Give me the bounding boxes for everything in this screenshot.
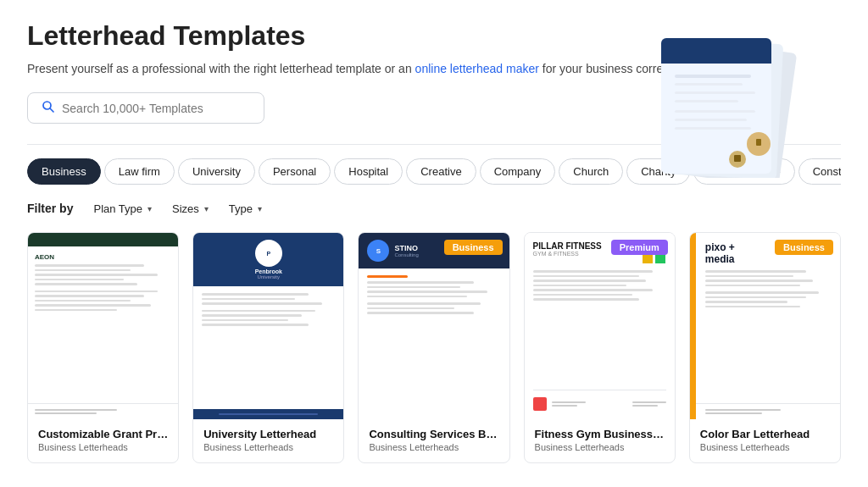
category-hospital[interactable]: Hospital xyxy=(334,158,403,185)
template-title-aeon: Customizable Grant Proposal Busi... xyxy=(38,428,168,440)
template-card-stino[interactable]: Business S STINO Consulting xyxy=(358,232,509,463)
category-church[interactable]: Church xyxy=(559,158,623,185)
svg-rect-7 xyxy=(675,91,755,94)
template-preview-pixo: Business pixo +media xyxy=(690,233,840,419)
template-subtitle-pixo: Business Letterheads xyxy=(700,442,830,452)
template-card-pixo[interactable]: Business pixo +media Color Bar xyxy=(689,232,841,463)
template-preview-stino: Business S STINO Consulting xyxy=(359,233,509,419)
svg-rect-10 xyxy=(675,119,747,121)
template-subtitle-pillar: Business Letterheads xyxy=(535,442,665,452)
template-subtitle-penbrook: Business Letterheads xyxy=(203,442,333,452)
search-input[interactable] xyxy=(62,102,250,115)
chevron-down-icon: ▾ xyxy=(258,204,262,213)
template-title-penbrook: University Letterhead xyxy=(203,428,333,440)
letterhead-maker-link[interactable]: online letterhead maker xyxy=(415,62,539,75)
svg-rect-14 xyxy=(756,139,761,146)
page-container: Letterhead Templates Present yourself as… xyxy=(0,0,868,484)
badge-pixo: Business xyxy=(775,240,833,255)
template-info-aeon: Customizable Grant Proposal Busi... Busi… xyxy=(28,419,178,462)
category-personal[interactable]: Personal xyxy=(259,158,331,185)
svg-rect-8 xyxy=(675,100,738,102)
template-info-penbrook: University Letterhead Business Letterhea… xyxy=(193,419,343,462)
template-title-stino: Consulting Services Business Lett... xyxy=(369,428,498,440)
template-title-pixo: Color Bar Letterhead xyxy=(700,428,830,440)
svg-line-17 xyxy=(50,108,53,112)
template-info-stino: Consulting Services Business Lett... Bus… xyxy=(359,419,509,462)
badge-stino: Business xyxy=(444,240,503,255)
template-card-pillar[interactable]: Premium PILLAR FITNESS GYM & FITNESS xyxy=(524,232,676,463)
hero-illustration xyxy=(627,34,814,178)
search-icon xyxy=(42,100,55,116)
plan-type-filter[interactable]: Plan Type ▾ xyxy=(93,202,152,215)
template-info-pillar: Fitness Gym Business Letterhead Business… xyxy=(525,419,675,462)
category-company[interactable]: Company xyxy=(480,158,556,185)
category-university[interactable]: University xyxy=(178,158,255,185)
svg-rect-11 xyxy=(675,127,751,130)
hero-section: Letterhead Templates Present yourself as… xyxy=(27,20,841,75)
template-card-aeon[interactable]: AEON Customizable Grant Proposal Busi... xyxy=(27,232,179,463)
svg-rect-4 xyxy=(661,55,771,64)
template-subtitle-stino: Business Letterheads xyxy=(369,442,498,452)
template-preview-pillar: Premium PILLAR FITNESS GYM & FITNESS xyxy=(525,233,675,419)
category-law-firm[interactable]: Law firm xyxy=(104,158,175,185)
category-business[interactable]: Business xyxy=(27,158,101,185)
badge-pillar: Premium xyxy=(611,240,668,255)
template-preview-aeon: AEON xyxy=(28,233,178,419)
template-preview-penbrook: P Penbrook University xyxy=(193,233,343,419)
template-card-penbrook[interactable]: P Penbrook University University Letterh… xyxy=(192,232,344,463)
svg-rect-6 xyxy=(675,83,743,86)
templates-grid: AEON Customizable Grant Proposal Busi... xyxy=(27,232,841,463)
svg-rect-15 xyxy=(734,155,741,162)
chevron-down-icon: ▾ xyxy=(147,204,152,213)
filter-bar: Filter by Plan Type ▾ Sizes ▾ Type ▾ xyxy=(27,202,841,215)
search-bar[interactable] xyxy=(27,92,264,124)
chevron-down-icon: ▾ xyxy=(204,204,209,213)
template-info-pixo: Color Bar Letterhead Business Letterhead… xyxy=(690,419,840,462)
svg-rect-9 xyxy=(675,110,755,113)
sizes-filter[interactable]: Sizes ▾ xyxy=(172,202,209,215)
filter-label: Filter by xyxy=(27,202,73,215)
template-subtitle-aeon: Business Letterheads xyxy=(38,442,168,452)
svg-rect-5 xyxy=(675,75,751,78)
category-creative[interactable]: Creative xyxy=(406,158,476,185)
type-filter[interactable]: Type ▾ xyxy=(229,202,262,215)
template-title-pillar: Fitness Gym Business Letterhead xyxy=(535,428,665,440)
